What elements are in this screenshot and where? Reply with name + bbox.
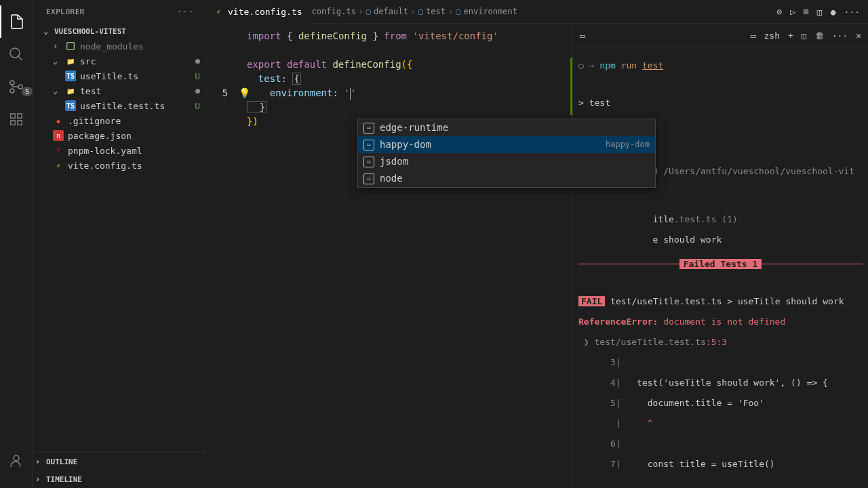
suggest-item[interactable]: ▭ node	[358, 170, 655, 187]
file-tree: › node_modules ⌄ 📁 src TS useTitle.ts U …	[33, 39, 205, 452]
failed-tests-divider: Failed Tests 1	[578, 259, 863, 269]
outline-section[interactable]: › OUTLINE	[33, 453, 205, 470]
folder-lib-icon	[65, 41, 76, 52]
tree-folder-test[interactable]: ⌄ 📁 test	[33, 83, 205, 98]
tree-label: package.json	[68, 131, 132, 141]
sidebar-header: EXPLORER ···	[33, 0, 205, 24]
suggest-label: node	[380, 171, 403, 186]
chevron-down-icon: ⌄	[53, 86, 61, 96]
tree-file-vite-config[interactable]: ⚡ vite.config.ts	[33, 158, 205, 173]
more-icon[interactable]: ···	[177, 7, 195, 16]
activity-account-icon[interactable]	[0, 445, 33, 477]
tree-folder-src[interactable]: ⌄ 📁 src	[33, 54, 205, 68]
suggest-item[interactable]: ▭ jsdom	[358, 153, 655, 170]
chevron-down-icon: ⌄	[43, 26, 52, 36]
ts-icon: TS	[65, 70, 76, 81]
split-add-icon[interactable]: ⊞	[804, 7, 809, 17]
suggest-label: edge-runtime	[380, 121, 448, 135]
sidebar-footer: › OUTLINE › TIMELINE	[33, 452, 205, 488]
tree-folder-node-modules[interactable]: › node_modules	[33, 39, 205, 54]
breadcrumb-item[interactable]: test	[426, 7, 446, 16]
tab-vite-config[interactable]: ⚡ vite.config.ts	[206, 0, 309, 24]
main-area: ⚡ vite.config.ts config.ts› ▢default› ▢t…	[206, 0, 868, 488]
add-terminal-icon[interactable]: +	[788, 30, 793, 41]
activity-explorer-icon[interactable]	[0, 5, 33, 38]
breadcrumb-item[interactable]: default	[374, 7, 408, 16]
svg-point-0	[10, 48, 20, 58]
git-status-badge: U	[195, 101, 200, 111]
svg-point-9	[14, 455, 19, 461]
close-panel-icon[interactable]: ✕	[856, 30, 861, 41]
code-editor[interactable]: 5 💡 import { defineConfig } from 'vitest…	[206, 24, 572, 488]
tree-file-usetitle-test[interactable]: TS useTitle.test.ts U	[33, 98, 205, 113]
suggest-label: jsdom	[380, 155, 408, 169]
terminal-output[interactable]: ○ → npm run test > test > vitest xxxxxxx…	[573, 47, 868, 488]
no-entry-icon[interactable]: ⊘	[776, 7, 782, 17]
tree-file-gitignore[interactable]: ◆ .gitignore	[33, 113, 205, 128]
git-icon: ◆	[53, 115, 64, 126]
svg-rect-6	[17, 114, 21, 118]
breadcrumb-item[interactable]: environment	[464, 7, 517, 16]
git-status-badge: U	[195, 71, 200, 81]
vite-icon: ⚡	[213, 6, 224, 17]
svg-point-2	[10, 81, 14, 85]
chevron-right-icon: ›	[35, 457, 43, 466]
panel-icon[interactable]: ▭	[580, 30, 585, 41]
svg-rect-8	[17, 121, 21, 125]
breadcrumb-item[interactable]: config.ts	[312, 7, 356, 16]
more-icon[interactable]: ···	[832, 30, 848, 41]
activity-search-icon[interactable]	[0, 38, 33, 70]
chevron-down-icon: ⌄	[53, 56, 61, 66]
breadcrumb[interactable]: config.ts› ▢default› ▢test› ▢environment	[309, 7, 517, 16]
activity-extension-icon[interactable]	[0, 103, 33, 136]
gutter: 5	[206, 29, 240, 100]
svg-point-3	[10, 89, 14, 93]
tree-label: useTitle.test.ts	[80, 101, 165, 111]
autocomplete-popup: ▭ edge-runtime ▭ happy-dom happy-dom ▭ j…	[357, 119, 656, 188]
tree-file-usetitle[interactable]: TS useTitle.ts U	[33, 68, 205, 83]
enum-icon: ▭	[363, 174, 374, 184]
tree-label: useTitle.ts	[80, 71, 138, 81]
split-editor-icon[interactable]: ◫	[817, 7, 823, 17]
dirty-dot-icon: ●	[831, 7, 836, 17]
chevron-right-icon: ›	[35, 474, 43, 484]
tree-label: .gitignore	[68, 116, 121, 126]
trash-icon[interactable]: 🗑	[815, 30, 824, 41]
tree-label: test	[80, 86, 101, 96]
workspace-section[interactable]: ⌄ VUESCHOOL-VITEST	[33, 24, 205, 39]
activity-bar: 5	[0, 0, 33, 488]
svg-line-1	[18, 56, 22, 60]
enum-icon: ▭	[363, 157, 374, 167]
tree-file-package-json[interactable]: n package.json	[33, 128, 205, 143]
terminal-toolbar: ▭ ▭ zsh + ◫ 🗑 ··· ✕	[573, 24, 868, 47]
suggest-item[interactable]: ▭ happy-dom happy-dom	[358, 136, 655, 153]
terminal-profile-icon[interactable]: ▭	[751, 30, 756, 41]
modified-dot-icon	[195, 89, 200, 94]
suggest-detail: happy-dom	[606, 138, 650, 152]
folder-icon: 📁	[65, 56, 76, 66]
svg-rect-10	[67, 43, 75, 50]
svg-point-4	[18, 85, 22, 89]
tree-label: vite.config.ts	[68, 161, 142, 171]
modified-dot-icon	[195, 59, 200, 64]
tree-label: src	[80, 56, 96, 66]
terminal-panel: ▭ ▭ zsh + ◫ 🗑 ··· ✕ ○ → npm run test > t…	[572, 24, 868, 488]
suggest-label: happy-dom	[380, 138, 431, 152]
play-icon[interactable]: ▷	[790, 7, 795, 17]
tree-file-pnpm-lock[interactable]: Y pnpm-lock.yaml	[33, 143, 205, 158]
folder-icon: 📁	[65, 85, 76, 96]
split-terminal-icon[interactable]: ◫	[802, 30, 807, 41]
explorer-title: EXPLORER	[46, 7, 85, 16]
suggest-item[interactable]: ▭ edge-runtime	[358, 119, 655, 136]
timeline-label: TIMELINE	[46, 475, 82, 484]
svg-rect-7	[10, 121, 14, 125]
lightbulb-icon[interactable]: 💡	[239, 86, 250, 100]
yaml-icon: Y	[53, 145, 64, 156]
svg-rect-5	[10, 114, 14, 118]
sidebar: EXPLORER ··· ⌄ VUESCHOOL-VITEST › node_m…	[33, 0, 206, 488]
tab-label: vite.config.ts	[228, 7, 302, 17]
terminal-shell-label[interactable]: zsh	[764, 30, 780, 41]
timeline-section[interactable]: › TIMELINE	[33, 470, 205, 488]
code-content: import { defineConfig } from 'vitest/con…	[206, 29, 572, 129]
more-icon[interactable]: ···	[844, 7, 860, 17]
